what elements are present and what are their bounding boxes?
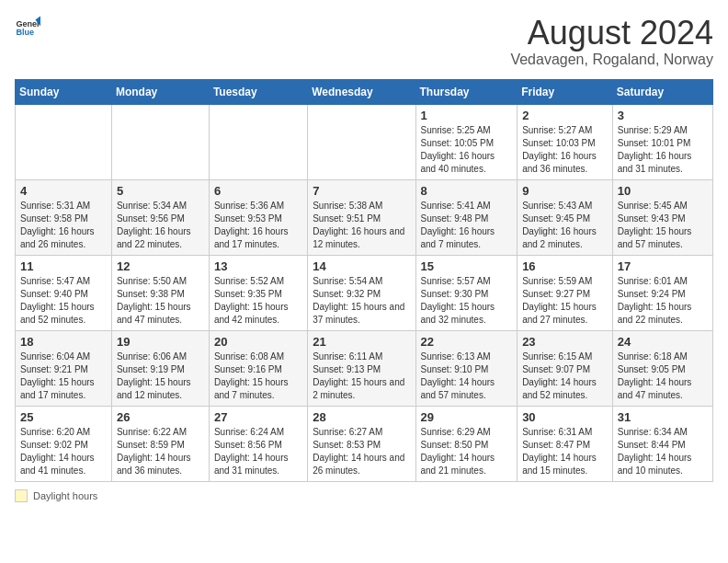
day-sunrise: Sunrise: 5:29 AMSunset: 10:01 PMDaylight… [618, 125, 692, 174]
day-sunrise: Sunrise: 5:45 AMSunset: 9:43 PMDaylight:… [618, 201, 692, 249]
day-cell: 5 Sunrise: 5:34 AMSunset: 9:56 PMDayligh… [111, 179, 209, 255]
day-number: 10 [618, 184, 708, 198]
day-number: 7 [313, 184, 410, 198]
day-number: 28 [313, 410, 410, 424]
footer-label: Daylight hours [33, 490, 97, 501]
day-sunrise: Sunrise: 5:38 AMSunset: 9:51 PMDaylight:… [313, 201, 404, 249]
day-cell: 17 Sunrise: 6:01 AMSunset: 9:24 PMDaylig… [612, 255, 712, 330]
day-number: 29 [421, 410, 513, 424]
calendar-body: 1 Sunrise: 5:25 AMSunset: 10:05 PMDaylig… [16, 104, 713, 481]
day-cell [16, 104, 112, 179]
day-number: 31 [618, 410, 708, 424]
day-cell: 10 Sunrise: 5:45 AMSunset: 9:43 PMDaylig… [612, 179, 712, 255]
day-cell: 13 Sunrise: 5:52 AMSunset: 9:35 PMDaylig… [209, 255, 307, 330]
day-cell: 7 Sunrise: 5:38 AMSunset: 9:51 PMDayligh… [308, 179, 415, 255]
day-number: 12 [117, 259, 204, 273]
day-cell: 1 Sunrise: 5:25 AMSunset: 10:05 PMDaylig… [415, 104, 518, 179]
day-number: 3 [618, 109, 708, 122]
header-day-tuesday: Tuesday [209, 79, 307, 104]
day-number: 23 [522, 335, 608, 349]
day-sunrise: Sunrise: 5:36 AMSunset: 9:53 PMDaylight:… [214, 201, 289, 249]
day-cell: 6 Sunrise: 5:36 AMSunset: 9:53 PMDayligh… [209, 179, 307, 255]
day-sunrise: Sunrise: 6:08 AMSunset: 9:16 PMDaylight:… [214, 351, 289, 400]
day-cell: 26 Sunrise: 6:22 AMSunset: 8:59 PMDaylig… [111, 406, 209, 481]
day-sunrise: Sunrise: 5:47 AMSunset: 9:40 PMDaylight:… [20, 276, 95, 325]
day-sunrise: Sunrise: 6:13 AMSunset: 9:10 PMDaylight:… [421, 351, 495, 400]
header-day-thursday: Thursday [415, 79, 518, 104]
day-number: 2 [522, 109, 608, 122]
day-number: 14 [313, 259, 410, 273]
day-sunrise: Sunrise: 5:50 AMSunset: 9:38 PMDaylight:… [117, 276, 191, 325]
day-sunrise: Sunrise: 5:25 AMSunset: 10:05 PMDaylight… [421, 125, 495, 174]
day-cell: 16 Sunrise: 5:59 AMSunset: 9:27 PMDaylig… [518, 255, 613, 330]
daylight-legend-box [15, 489, 28, 502]
calendar-header: SundayMondayTuesdayWednesdayThursdayFrid… [16, 79, 713, 104]
day-cell: 31 Sunrise: 6:34 AMSunset: 8:44 PMDaylig… [612, 406, 712, 481]
day-number: 18 [20, 335, 107, 349]
day-sunrise: Sunrise: 5:27 AMSunset: 10:03 PMDaylight… [522, 125, 597, 174]
day-sunrise: Sunrise: 6:01 AMSunset: 9:24 PMDaylight:… [618, 276, 692, 325]
day-sunrise: Sunrise: 5:34 AMSunset: 9:56 PMDaylight:… [117, 201, 191, 249]
day-cell [209, 104, 307, 179]
day-cell: 19 Sunrise: 6:06 AMSunset: 9:19 PMDaylig… [111, 330, 209, 406]
day-cell: 11 Sunrise: 5:47 AMSunset: 9:40 PMDaylig… [16, 255, 112, 330]
day-cell: 2 Sunrise: 5:27 AMSunset: 10:03 PMDaylig… [518, 104, 613, 179]
day-sunrise: Sunrise: 6:31 AMSunset: 8:47 PMDaylight:… [522, 427, 597, 476]
header-day-saturday: Saturday [612, 79, 712, 104]
day-sunrise: Sunrise: 5:31 AMSunset: 9:58 PMDaylight:… [20, 201, 95, 249]
day-cell: 27 Sunrise: 6:24 AMSunset: 8:56 PMDaylig… [209, 406, 307, 481]
day-number: 27 [214, 410, 302, 424]
header-row: SundayMondayTuesdayWednesdayThursdayFrid… [16, 79, 713, 104]
header-day-sunday: Sunday [16, 79, 112, 104]
week-row-4: 18 Sunrise: 6:04 AMSunset: 9:21 PMDaylig… [16, 330, 713, 406]
day-number: 15 [421, 259, 513, 273]
day-sunrise: Sunrise: 6:34 AMSunset: 8:44 PMDaylight:… [618, 427, 692, 476]
day-number: 30 [522, 410, 608, 424]
week-row-3: 11 Sunrise: 5:47 AMSunset: 9:40 PMDaylig… [16, 255, 713, 330]
day-cell: 25 Sunrise: 6:20 AMSunset: 9:02 PMDaylig… [16, 406, 112, 481]
day-number: 8 [421, 184, 513, 198]
logo-icon: General Blue [15, 15, 40, 40]
day-cell [308, 104, 415, 179]
day-number: 5 [117, 184, 204, 198]
day-cell: 30 Sunrise: 6:31 AMSunset: 8:47 PMDaylig… [518, 406, 613, 481]
day-sunrise: Sunrise: 5:57 AMSunset: 9:30 PMDaylight:… [421, 276, 495, 325]
header-day-friday: Friday [518, 79, 613, 104]
day-sunrise: Sunrise: 5:52 AMSunset: 9:35 PMDaylight:… [214, 276, 289, 325]
day-cell: 4 Sunrise: 5:31 AMSunset: 9:58 PMDayligh… [16, 179, 112, 255]
day-number: 6 [214, 184, 302, 198]
day-sunrise: Sunrise: 6:15 AMSunset: 9:07 PMDaylight:… [522, 351, 597, 400]
day-number: 1 [421, 109, 513, 122]
main-title: August 2024 [510, 15, 713, 52]
day-cell: 9 Sunrise: 5:43 AMSunset: 9:45 PMDayligh… [518, 179, 613, 255]
day-sunrise: Sunrise: 6:27 AMSunset: 8:53 PMDaylight:… [313, 427, 404, 476]
day-sunrise: Sunrise: 6:18 AMSunset: 9:05 PMDaylight:… [618, 351, 692, 400]
day-cell: 20 Sunrise: 6:08 AMSunset: 9:16 PMDaylig… [209, 330, 307, 406]
day-cell: 3 Sunrise: 5:29 AMSunset: 10:01 PMDaylig… [612, 104, 712, 179]
day-sunrise: Sunrise: 5:54 AMSunset: 9:32 PMDaylight:… [313, 276, 404, 325]
week-row-5: 25 Sunrise: 6:20 AMSunset: 9:02 PMDaylig… [16, 406, 713, 481]
day-cell: 28 Sunrise: 6:27 AMSunset: 8:53 PMDaylig… [308, 406, 415, 481]
day-cell: 12 Sunrise: 5:50 AMSunset: 9:38 PMDaylig… [111, 255, 209, 330]
day-sunrise: Sunrise: 6:22 AMSunset: 8:59 PMDaylight:… [117, 427, 191, 476]
day-number: 9 [522, 184, 608, 198]
day-cell: 22 Sunrise: 6:13 AMSunset: 9:10 PMDaylig… [415, 330, 518, 406]
day-number: 26 [117, 410, 204, 424]
header-day-monday: Monday [111, 79, 209, 104]
title-area: August 2024 Vedavagen, Rogaland, Norway [510, 15, 713, 68]
day-number: 25 [20, 410, 107, 424]
day-sunrise: Sunrise: 6:11 AMSunset: 9:13 PMDaylight:… [313, 351, 404, 400]
day-cell: 21 Sunrise: 6:11 AMSunset: 9:13 PMDaylig… [308, 330, 415, 406]
day-number: 4 [20, 184, 107, 198]
week-row-2: 4 Sunrise: 5:31 AMSunset: 9:58 PMDayligh… [16, 179, 713, 255]
day-cell: 14 Sunrise: 5:54 AMSunset: 9:32 PMDaylig… [308, 255, 415, 330]
day-number: 24 [618, 335, 708, 349]
calendar-table: SundayMondayTuesdayWednesdayThursdayFrid… [15, 79, 713, 482]
day-cell: 24 Sunrise: 6:18 AMSunset: 9:05 PMDaylig… [612, 330, 712, 406]
day-number: 13 [214, 259, 302, 273]
day-sunrise: Sunrise: 5:59 AMSunset: 9:27 PMDaylight:… [522, 276, 597, 325]
day-number: 17 [618, 259, 708, 273]
day-number: 16 [522, 259, 608, 273]
day-cell: 8 Sunrise: 5:41 AMSunset: 9:48 PMDayligh… [415, 179, 518, 255]
day-sunrise: Sunrise: 6:24 AMSunset: 8:56 PMDaylight:… [214, 427, 289, 476]
